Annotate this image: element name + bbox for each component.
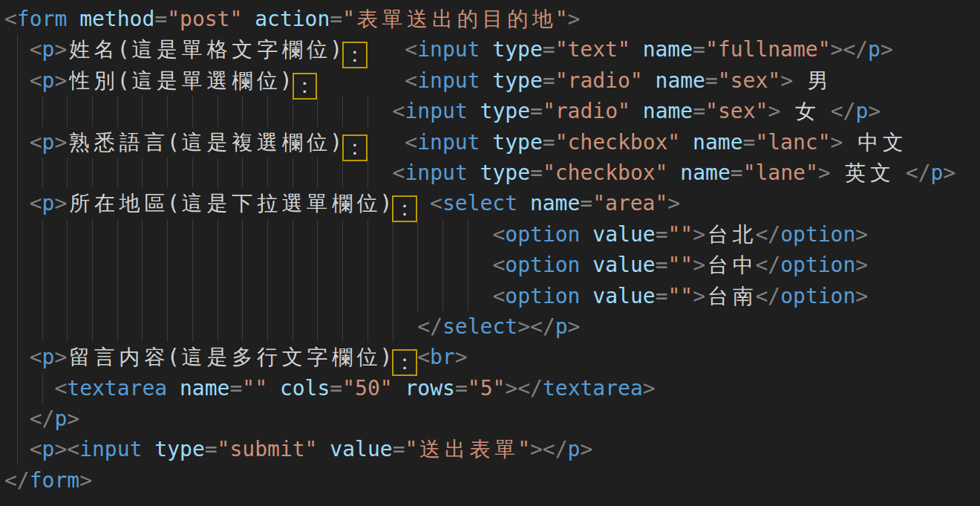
code-token: 性別(這是單選欄位): [67, 68, 292, 93]
code-token: p: [42, 68, 55, 93]
code-token: textarea: [543, 376, 643, 400]
cjk-char: 別: [92, 65, 117, 96]
code-token: "checkbox": [555, 130, 681, 155]
code-token: </: [755, 222, 780, 247]
code-token: =: [580, 191, 592, 215]
code-token: type: [468, 160, 530, 185]
cjk-char: 拉: [255, 188, 280, 218]
code-token: <: [4, 7, 17, 31]
code-token: >: [868, 99, 881, 123]
code-token: >: [855, 253, 868, 277]
code-editor[interactable]: <form method="post" action="表單送出的目的地"> <…: [0, 0, 980, 506]
code-token: =: [530, 160, 543, 185]
code-token: <: [430, 191, 442, 215]
cjk-char: 地: [117, 188, 143, 218]
code-token: ></: [505, 376, 543, 400]
code-token: =: [543, 68, 555, 93]
code-token: >: [54, 37, 67, 62]
cjk-char: 男: [806, 65, 831, 96]
cjk-char: 表: [355, 4, 380, 34]
code-token: "表單送出的目的地": [342, 7, 567, 31]
code-token: option: [505, 222, 580, 247]
code-token: >: [881, 37, 893, 62]
code-token: =: [330, 7, 342, 31]
code-token: p: [868, 37, 881, 62]
cjk-char: 悉: [92, 127, 117, 158]
cjk-char: 的: [455, 4, 480, 34]
code-token: name: [630, 37, 693, 62]
code-token: cols: [267, 376, 330, 400]
unicode-highlight-box: ：: [293, 73, 318, 100]
code-token: [368, 37, 405, 62]
code-token: p: [931, 160, 944, 185]
cjk-char: 這: [180, 342, 205, 372]
code-line: <option value="">台北</option>: [4, 219, 980, 250]
code-token: p: [42, 345, 55, 369]
cjk-char: 位: [355, 188, 380, 218]
code-token: 台南: [705, 284, 755, 308]
code-token: name: [667, 160, 730, 185]
code-token: "lane": [743, 160, 818, 185]
code-token: "": [667, 284, 693, 308]
cjk-char: 台: [705, 219, 731, 250]
code-token: <: [417, 345, 430, 369]
cjk-char: 名: [92, 34, 117, 65]
cjk-char: 是: [154, 65, 180, 96]
code-token: 男: [793, 68, 831, 93]
code-token: =: [705, 68, 718, 93]
code-token: 英文: [831, 160, 906, 185]
cjk-char: 語: [117, 127, 143, 158]
cjk-char: 欄: [280, 127, 305, 158]
code-token: "50": [342, 376, 392, 400]
cjk-char: 的: [505, 4, 530, 34]
code-token: value: [580, 284, 655, 308]
code-line: <option value="">台南</option>: [4, 281, 980, 311]
code-token: <: [30, 345, 42, 369]
code-token: value: [580, 253, 655, 277]
code-token: >: [768, 99, 780, 123]
cjk-char: 字: [255, 34, 280, 65]
cjk-char: 中: [731, 250, 756, 280]
code-token: br: [430, 345, 455, 369]
code-token: >: [568, 314, 581, 339]
code-token: option: [780, 253, 855, 277]
code-line: <p>留言内容(這是多行文字欄位)：<br>: [4, 342, 980, 372]
code-token: [4, 191, 30, 215]
code-token: =: [743, 130, 756, 155]
code-token: [4, 160, 393, 185]
unicode-highlight-box: ：: [392, 349, 417, 376]
code-token: "fullname": [705, 37, 831, 62]
code-token: "area": [592, 191, 667, 215]
code-token: [4, 222, 492, 247]
code-token: [4, 314, 417, 339]
code-token: >: [693, 222, 705, 247]
code-token: =: [543, 130, 555, 155]
code-token: input: [417, 130, 480, 155]
code-token: input: [79, 437, 142, 461]
cjk-char: 文: [280, 342, 305, 372]
cjk-char: 格: [205, 34, 230, 65]
code-token: >: [54, 68, 67, 93]
code-token: [4, 37, 30, 62]
code-token: 所在地區(這是下拉選單欄位): [67, 191, 392, 215]
code-token: [4, 68, 30, 93]
cjk-char: 單: [492, 434, 517, 464]
code-token: <: [30, 37, 42, 62]
code-line: <option value="">台中</option>: [4, 250, 980, 280]
code-token: 姓名(這是單格文字欄位): [67, 37, 342, 62]
cjk-char: 言: [142, 127, 167, 158]
code-token: =: [455, 376, 468, 400]
code-token: value: [580, 222, 655, 247]
code-token: 台北: [705, 222, 755, 247]
code-line: <p>性別(這是單選欄位)： <input type="radio" name=…: [4, 65, 980, 96]
code-token: =: [656, 222, 668, 247]
cjk-char: 南: [731, 281, 756, 311]
cjk-char: 是: [205, 127, 230, 158]
cjk-char: 女: [793, 96, 818, 126]
code-token: select: [442, 191, 517, 215]
code-token: <: [54, 376, 67, 400]
code-line: <p>所在地區(這是下拉選單欄位)： <select name="area">: [4, 188, 980, 218]
code-token: >: [667, 191, 680, 215]
code-line: <p>熟悉語言(這是複選欄位)： <input type="checkbox" …: [4, 127, 980, 158]
code-token: "checkbox": [543, 160, 668, 185]
